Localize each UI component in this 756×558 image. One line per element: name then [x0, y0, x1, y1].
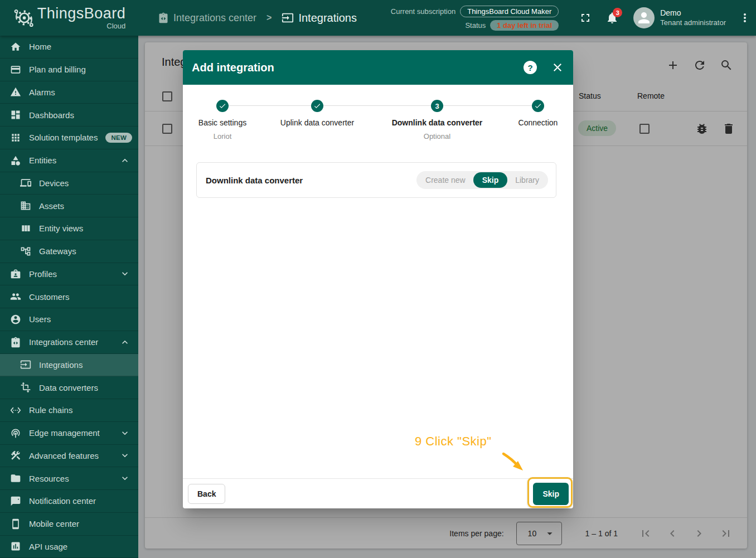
sidebar-item-integrations-center[interactable]: Integrations center [0, 331, 138, 354]
customers-icon [10, 291, 21, 302]
grid-icon [10, 132, 21, 143]
sidebar-item-notification-center[interactable]: Notification center [0, 490, 138, 513]
chevron-down-icon [119, 428, 130, 439]
sidebar-item-api-usage[interactable]: API usage [0, 536, 138, 558]
chevron-up-icon [119, 155, 130, 166]
sidebar-item-dashboards[interactable]: Dashboards [0, 104, 138, 127]
step-4-check-circle [532, 100, 544, 112]
dashboards-icon [10, 109, 21, 120]
user-role: Tenant administrator [660, 18, 726, 27]
dialog-title: Add integration [192, 61, 274, 74]
antenna-icon [10, 428, 21, 439]
close-icon [551, 61, 564, 74]
dialog-header: Add integration ? [183, 50, 573, 85]
profiles-icon [10, 268, 21, 279]
close-button[interactable] [551, 61, 564, 74]
toggle-option-create-new[interactable]: Create new [418, 172, 473, 188]
fullscreen-icon [579, 11, 592, 25]
entity-views-icon [20, 223, 31, 234]
toggle-option-library[interactable]: Library [507, 172, 547, 188]
converter-mode-toggle: Create new Skip Library [416, 171, 548, 189]
integrations-icon [20, 359, 31, 370]
user-name: Demo [660, 8, 726, 18]
stepper: 3 Basic settings Uplink data converter D… [183, 85, 573, 152]
integrations-center-icon [158, 12, 169, 23]
entities-icon [10, 155, 21, 166]
avatar [633, 7, 655, 28]
sidebar-item-plan-and-billing[interactable]: Plan and billing [0, 59, 138, 81]
subscription-info: Current subscription ThingsBoard Cloud M… [391, 6, 559, 31]
downlink-converter-field: Downlink data converter Create new Skip … [196, 162, 556, 198]
breadcrumb: Integrations center > Integrations [158, 12, 357, 25]
field-label: Downlink data converter [206, 176, 303, 185]
subscription-plan-badge[interactable]: ThingsBoard Cloud Maker [460, 6, 559, 17]
gateways-icon [20, 246, 31, 257]
chevron-up-icon [119, 337, 130, 348]
step-sub-loriot: Loriot [139, 132, 306, 140]
bar-chart-icon [10, 541, 21, 552]
sidebar-item-customers[interactable]: Customers [0, 285, 138, 308]
sidebar-item-solution-templates[interactable]: Solution templatesNEW [0, 127, 138, 149]
thingsboard-logo-icon [13, 7, 34, 28]
sidebar-item-rule-chains[interactable]: Rule chains [0, 399, 138, 422]
sidebar-item-data-converters[interactable]: Data converters [0, 376, 138, 399]
sidebar-item-integrations[interactable]: Integrations [0, 354, 138, 377]
more-vert-icon [738, 11, 752, 25]
chat-icon [10, 496, 21, 507]
data-converters-icon [20, 382, 31, 393]
sidebar-item-users[interactable]: Users [0, 308, 138, 331]
logo[interactable]: ThingsBoard Cloud [0, 6, 138, 30]
check-icon [313, 102, 321, 110]
help-icon[interactable]: ? [524, 61, 537, 74]
check-icon [219, 102, 226, 110]
home-icon [10, 41, 21, 52]
logo-subtitle: Cloud [106, 22, 125, 30]
sidebar-item-profiles[interactable]: Profiles [0, 263, 138, 286]
sidebar-item-mobile-center[interactable]: Mobile center [0, 513, 138, 536]
assets-icon [20, 200, 31, 211]
fullscreen-button[interactable] [574, 7, 597, 29]
sidebar-item-devices[interactable]: Devices [0, 172, 138, 195]
sidebar-item-assets[interactable]: Assets [0, 195, 138, 217]
status-label: Status [465, 21, 486, 30]
sidebar-item-alarms[interactable]: Alarms [0, 81, 138, 104]
toggle-option-skip[interactable]: Skip [473, 172, 508, 188]
integrations-center-icon [10, 337, 21, 348]
breadcrumb-separator: > [266, 13, 272, 23]
add-integration-dialog: Add integration ? 3 Basic settings Uplin… [183, 50, 573, 508]
credit-card-icon [10, 64, 21, 75]
devices-icon [20, 177, 31, 188]
sidebar: Home Plan and billing Alarms Dashboards … [0, 36, 138, 558]
step-3-number-circle: 3 [431, 100, 443, 112]
notification-count-badge: 3 [613, 8, 622, 17]
rule-chains-icon [10, 405, 21, 416]
folder-icon [10, 473, 21, 484]
sidebar-item-gateways[interactable]: Gateways [0, 240, 138, 263]
chevron-down-icon [119, 268, 130, 279]
logo-title: ThingsBoard [37, 6, 126, 21]
check-icon [534, 102, 542, 110]
trial-status-badge: 1 day left in trial [490, 20, 559, 31]
sidebar-item-entity-views[interactable]: Entity views [0, 217, 138, 240]
back-button[interactable]: Back [188, 484, 225, 504]
sidebar-item-entities[interactable]: Entities [0, 149, 138, 172]
step-sub-optional: Optional [353, 132, 521, 140]
smartphone-icon [10, 518, 21, 530]
skip-button[interactable]: Skip [533, 483, 569, 505]
breadcrumb-integrations-center[interactable]: Integrations center [158, 12, 256, 24]
sidebar-item-edge-management[interactable]: Edge management [0, 422, 138, 445]
sidebar-item-advanced-features[interactable]: Advanced features [0, 445, 138, 468]
new-badge: NEW [105, 133, 132, 143]
notifications-button[interactable]: 3 [601, 7, 623, 29]
thingsboard-app: ThingsBoard Cloud Integrations center > … [0, 0, 756, 558]
sidebar-item-home[interactable]: Home [0, 36, 138, 59]
top-bar: ThingsBoard Cloud Integrations center > … [0, 0, 756, 36]
sidebar-item-resources[interactable]: Resources [0, 467, 138, 490]
breadcrumb-integrations[interactable]: Integrations [282, 12, 357, 25]
chevron-down-icon [119, 473, 130, 484]
step-label-connection[interactable]: Connection [454, 118, 622, 127]
integrations-icon [282, 12, 294, 24]
more-menu-button[interactable] [734, 7, 756, 29]
chevron-down-icon [119, 450, 130, 461]
user-menu[interactable]: Demo Tenant administrator [633, 7, 726, 28]
